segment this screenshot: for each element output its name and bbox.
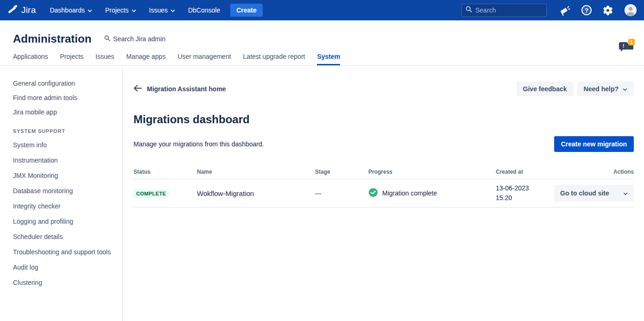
announcement-icon[interactable] <box>559 5 570 16</box>
tab-applications[interactable]: Applications <box>13 53 48 65</box>
back-link-label: Migration Assistant home <box>147 85 226 93</box>
column-header-progress: Progress <box>368 169 496 175</box>
check-circle-icon <box>368 188 378 199</box>
dashboard-header-row: Migration Assistant home Give feedback N… <box>133 82 634 96</box>
top-nav-icons <box>559 4 637 16</box>
tab-system[interactable]: System <box>317 53 340 65</box>
column-header-status: Status <box>133 169 197 175</box>
sidebar-item-general-configuration[interactable]: General configuration <box>13 80 117 88</box>
page-subtitle: Manage your migrations from this dashboa… <box>133 140 264 148</box>
chevron-down-icon <box>132 6 136 14</box>
sidebar-item-scheduler-details[interactable]: Scheduler details <box>13 233 117 241</box>
created-time: 15:20 <box>496 193 551 203</box>
feedback-icon[interactable]: 1 <box>619 39 635 56</box>
tab-projects[interactable]: Projects <box>60 53 84 65</box>
table-header-row: Status Name Stage Progress Created at Ac… <box>133 169 634 179</box>
column-header-stage: Stage <box>315 169 368 175</box>
content: General configuration Find more admin to… <box>0 66 644 321</box>
sidebar-item-jira-mobile-app[interactable]: Jira mobile app <box>13 108 117 116</box>
sidebar-item-find-more-admin-tools[interactable]: Find more admin tools <box>13 94 117 102</box>
column-header-actions: Actions <box>551 169 634 175</box>
admin-header: Administration Search Jira admin 1 <box>0 20 644 52</box>
system-sidebar: General configuration Find more admin to… <box>0 66 123 321</box>
migrations-dashboard-main: Migration Assistant home Give feedback N… <box>123 66 644 321</box>
notification-badge: 1 <box>628 39 635 45</box>
status-cell: COMPLETE <box>133 189 197 198</box>
table-row: COMPLETE Wokflow-Migration — Migration c… <box>133 179 634 208</box>
sidebar-item-logging-and-profiling[interactable]: Logging and profiling <box>13 218 117 226</box>
chevron-down-icon <box>170 6 175 14</box>
status-badge: COMPLETE <box>133 189 169 198</box>
jira-logo-icon <box>7 4 19 17</box>
created-date: 13-06-2023 <box>496 183 551 193</box>
chevron-down-icon <box>623 189 628 197</box>
sidebar-heading-system-support: SYSTEM SUPPORT <box>13 128 117 134</box>
tab-latest-upgrade-report[interactable]: Latest upgrade report <box>243 53 305 65</box>
need-help-button[interactable]: Need help? <box>577 82 634 96</box>
give-feedback-button[interactable]: Give feedback <box>517 82 574 96</box>
help-icon[interactable] <box>581 5 592 15</box>
page: Jira Dashboards Projects Issues DbConsol… <box>0 0 644 321</box>
actions-cell: Go to cloud site <box>551 185 634 201</box>
stage-cell: — <box>315 189 368 197</box>
subtitle-row: Manage your migrations from this dashboa… <box>133 136 634 152</box>
sidebar-item-clustering[interactable]: Clustering <box>13 279 117 287</box>
page-title: Migrations dashboard <box>133 113 634 126</box>
search-icon <box>104 35 110 43</box>
bubble-tail <box>621 49 623 52</box>
jira-logo[interactable]: Jira <box>7 4 36 17</box>
sidebar-item-instrumentation[interactable]: Instrumentation <box>13 157 117 164</box>
progress-cell: Migration complete <box>368 188 496 199</box>
sidebar-item-audit-log[interactable]: Audit log <box>13 264 117 271</box>
admin-search[interactable]: Search Jira admin <box>104 35 165 43</box>
top-nav-menu: Dashboards Projects Issues DbConsole <box>50 6 220 14</box>
jira-logo-text: Jira <box>21 5 36 15</box>
create-button[interactable]: Create <box>230 4 263 17</box>
tab-user-management[interactable]: User management <box>177 53 231 65</box>
tab-issues[interactable]: Issues <box>95 53 114 65</box>
go-to-cloud-site-button[interactable]: Go to cloud site <box>554 185 634 201</box>
back-arrow-icon <box>133 85 142 93</box>
settings-gear-icon[interactable] <box>603 5 613 16</box>
nav-issues[interactable]: Issues <box>149 6 175 14</box>
sidebar-group-system-support: System info Instrumentation JMX Monitori… <box>13 141 117 287</box>
migration-name: Wokflow-Migration <box>197 189 315 197</box>
page-section-title: Administration <box>13 32 91 45</box>
migrations-table: Status Name Stage Progress Created at Ac… <box>133 169 634 208</box>
exclamation-bubble-icon <box>619 42 628 50</box>
sidebar-group-general: General configuration Find more admin to… <box>13 80 117 116</box>
search-icon <box>466 6 472 14</box>
create-new-migration-button[interactable]: Create new migration <box>554 136 634 152</box>
header-buttons: Give feedback Need help? <box>517 82 634 96</box>
nav-dashboards[interactable]: Dashboards <box>50 6 92 14</box>
search-input[interactable] <box>475 6 543 14</box>
nav-dbconsole[interactable]: DbConsole <box>188 6 220 14</box>
tab-manage-apps[interactable]: Manage apps <box>126 53 166 65</box>
chevron-down-icon <box>88 6 92 14</box>
created-at-cell: 13-06-2023 15:20 <box>496 183 551 203</box>
progress-label: Migration complete <box>382 189 437 197</box>
column-header-created-at: Created at <box>496 169 551 175</box>
sidebar-item-database-monitoring[interactable]: Database monitoring <box>13 187 117 195</box>
global-search[interactable] <box>461 4 547 17</box>
sidebar-item-jmx-monitoring[interactable]: JMX Monitoring <box>13 172 117 180</box>
nav-projects[interactable]: Projects <box>105 6 136 14</box>
admin-search-label: Search Jira admin <box>113 35 165 43</box>
sidebar-item-integrity-checker[interactable]: Integrity checker <box>13 202 117 210</box>
top-navigation-bar: Jira Dashboards Projects Issues DbConsol… <box>0 0 644 20</box>
sidebar-item-system-info[interactable]: System info <box>13 141 117 149</box>
column-header-name: Name <box>197 169 315 175</box>
admin-tabs: Applications Projects Issues Manage apps… <box>0 52 644 66</box>
back-to-migration-assistant-home[interactable]: Migration Assistant home <box>133 85 226 93</box>
sidebar-item-troubleshooting-and-support-tools[interactable]: Troubleshooting and support tools <box>13 248 117 256</box>
user-avatar[interactable] <box>625 4 637 16</box>
chevron-down-icon <box>623 85 627 93</box>
